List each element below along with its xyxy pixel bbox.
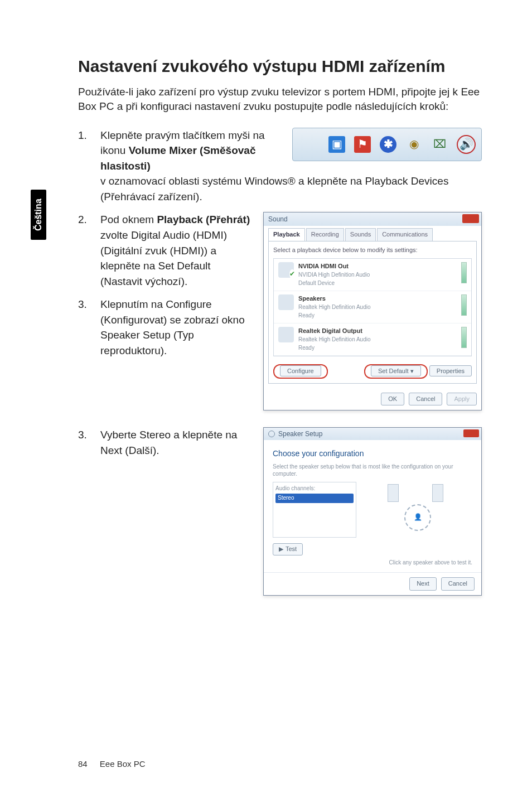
close-icon[interactable] xyxy=(463,429,479,437)
play-icon: ▶ xyxy=(279,545,283,554)
level-meter xyxy=(461,327,467,348)
tab-communications[interactable]: Communications xyxy=(377,228,433,241)
step-4: Vyberte Stereo a klepněte na Next (Další… xyxy=(78,427,482,596)
tab-recording[interactable]: Recording xyxy=(306,228,344,241)
listener-icon: 👤 xyxy=(404,504,431,531)
wizard-heading: Choose your configuration xyxy=(273,448,472,459)
audio-channels-selected[interactable]: Stereo xyxy=(275,494,354,503)
level-meter xyxy=(461,262,467,283)
tray-app-icon[interactable]: ▣ xyxy=(328,136,345,153)
device-row[interactable]: NVIDIA HDMI Out NVIDIA High Definition A… xyxy=(274,259,471,291)
device-row[interactable]: Realtek Digital Output Realtek High Defi… xyxy=(274,323,471,356)
device-status: Default Device xyxy=(298,279,457,288)
close-icon[interactable] xyxy=(462,214,479,223)
sound-dialog-titlebar: Sound xyxy=(264,212,481,226)
device-icon xyxy=(278,262,294,278)
device-row[interactable]: Speakers Realtek High Definition Audio R… xyxy=(274,291,471,323)
set-default-label: Set Default xyxy=(378,368,408,374)
device-status: Ready xyxy=(298,312,457,320)
playback-device-list: NVIDIA HDMI Out NVIDIA High Definition A… xyxy=(273,258,472,356)
device-name: NVIDIA HDMI Out xyxy=(298,262,457,271)
intro-paragraph: Používáte-li jako zařízení pro výstup zv… xyxy=(78,85,482,114)
page-heading: Nastavení zvukového výstupu HDMI zařízen… xyxy=(78,56,482,77)
ok-button[interactable]: OK xyxy=(381,393,404,406)
wizard-titlebar: Speaker Setup xyxy=(264,428,481,440)
step-2-text-c: zvolte Digital Audio (HDMI) (Digitální z… xyxy=(100,229,227,287)
step-2-text-a: Pod oknem xyxy=(100,214,157,225)
step-1-text-c: v oznamovací oblasti systému Windows® a … xyxy=(100,175,448,202)
level-meter xyxy=(461,294,467,316)
action-center-icon[interactable]: ⚑ xyxy=(354,136,371,153)
page-number: 84 xyxy=(78,759,88,769)
wizard-title: Speaker Setup xyxy=(278,429,322,439)
test-label: Test xyxy=(286,545,297,554)
step-3-text: Klepnutím na Configure (Konfigurovat) se… xyxy=(100,298,245,356)
audio-channels-list[interactable]: Audio channels: Stereo xyxy=(273,482,356,538)
audio-channels-label: Audio channels: xyxy=(275,485,354,493)
sound-dialog-title: Sound xyxy=(268,215,288,224)
set-default-button[interactable]: Set Default ▾ xyxy=(371,365,420,376)
network-icon[interactable]: ◉ xyxy=(405,136,422,153)
device-icon xyxy=(278,327,294,342)
system-tray: ▣ ⚑ ✱ ◉ ⌧ 🔊 xyxy=(292,128,482,161)
playback-hint: Select a playback device below to modify… xyxy=(273,246,472,255)
cancel-button[interactable]: Cancel xyxy=(409,393,442,406)
device-sub: NVIDIA High Definition Audio xyxy=(298,271,457,279)
device-status: Ready xyxy=(298,344,457,352)
configure-button[interactable]: Configure xyxy=(280,365,321,376)
test-button[interactable]: ▶ Test xyxy=(273,543,303,555)
wizard-subtext: Select the speaker setup below that is m… xyxy=(273,463,472,477)
step-1: Klepněte pravým tlačítkem myši na ikonu … xyxy=(78,128,482,205)
speaker-layout-art: 👤 xyxy=(365,482,472,543)
device-name: Realtek Digital Output xyxy=(298,327,457,336)
tab-sounds[interactable]: Sounds xyxy=(345,228,376,241)
page-footer: 84 Eee Box PC xyxy=(78,759,146,769)
power-icon[interactable]: ⌧ xyxy=(431,136,448,153)
device-sub: Realtek High Definition Audio xyxy=(298,336,457,344)
step-2: Pod oknem Playback (Přehrát) zvolte Digi… xyxy=(78,212,482,410)
next-button[interactable]: Next xyxy=(409,577,437,591)
sound-dialog: Sound Playback Recording Sounds Communic… xyxy=(263,212,482,410)
wizard-icon xyxy=(268,431,275,437)
step-2-bold: Playback (Přehrát) xyxy=(157,214,250,225)
wizard-click-hint: Click any speaker above to test it. xyxy=(273,559,472,567)
tab-playback[interactable]: Playback xyxy=(268,228,305,241)
speaker-setup-wizard: Speaker Setup Choose your configuration … xyxy=(263,427,482,596)
setdefault-highlight: Set Default ▾ xyxy=(364,364,427,378)
speaker-right-icon[interactable] xyxy=(432,484,443,502)
volume-icon[interactable]: 🔊 xyxy=(457,135,476,154)
properties-button[interactable]: Properties xyxy=(429,365,472,376)
device-sub: Realtek High Definition Audio xyxy=(298,303,457,312)
cancel-button[interactable]: Cancel xyxy=(441,577,475,591)
step-4-text: Vyberte Stereo a klepněte na Next (Další… xyxy=(100,429,237,456)
device-name: Speakers xyxy=(298,294,457,303)
apply-button[interactable]: Apply xyxy=(447,393,477,406)
speaker-left-icon[interactable] xyxy=(388,484,399,502)
sound-tabs: Playback Recording Sounds Communications xyxy=(264,226,481,241)
bluetooth-icon[interactable]: ✱ xyxy=(380,136,396,153)
device-icon xyxy=(278,294,294,310)
configure-highlight: Configure xyxy=(273,364,328,378)
product-name: Eee Box PC xyxy=(100,759,146,769)
